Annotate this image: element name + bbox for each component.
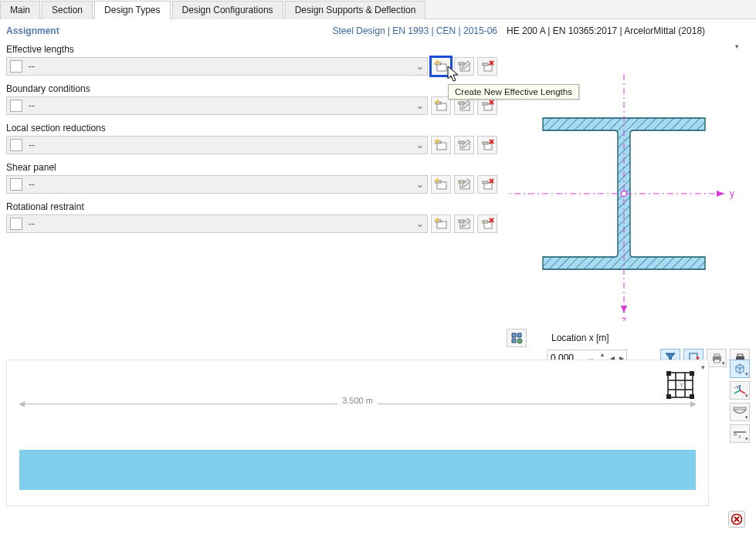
dimension-label: 3.500 m xyxy=(337,396,378,405)
section-preview: y z ▾ xyxy=(507,39,742,321)
effective-lengths-checkbox[interactable] xyxy=(10,60,22,73)
svg-rect-67 xyxy=(690,371,694,376)
section-header: HE 200 A | EN 10365:2017 | ArcelorMittal… xyxy=(507,25,750,36)
design-info: Steel Design | EN 1993 | CEN | 2015-06 xyxy=(333,25,497,36)
spin-up[interactable]: ▲ xyxy=(597,352,608,358)
svg-rect-44 xyxy=(483,221,488,223)
chevron-down-icon[interactable]: ⌄ xyxy=(413,215,427,232)
axis-z-label: z xyxy=(622,315,626,321)
svg-marker-50 xyxy=(621,306,627,313)
svg-rect-17 xyxy=(483,103,488,105)
member-preview-panel: ▾ 3.500 m -Y xyxy=(6,360,709,506)
axis-y-label: y xyxy=(730,188,734,199)
svg-rect-69 xyxy=(690,394,694,399)
tab-design-types[interactable]: Design Types xyxy=(94,1,171,19)
shear-panel-value: -- xyxy=(25,179,413,190)
boundary-conditions-checkbox[interactable] xyxy=(10,100,22,112)
svg-text:-Y: -Y xyxy=(677,381,684,389)
shear-panel-edit-button[interactable] xyxy=(454,175,474,194)
rotational-restraint-select[interactable]: --⌄ xyxy=(6,214,428,233)
assignment-heading: Assignment xyxy=(6,25,59,36)
local-section-reductions-delete-button[interactable] xyxy=(477,136,497,154)
svg-rect-35 xyxy=(483,181,488,184)
svg-marker-49 xyxy=(717,191,724,197)
boundary-conditions-select[interactable]: --⌄ xyxy=(6,96,428,115)
rotational-restraint-delete-button[interactable] xyxy=(477,214,497,233)
boundary-conditions-value: -- xyxy=(25,100,413,111)
rotational-restraint-checkbox[interactable] xyxy=(10,218,22,230)
beam-body xyxy=(19,450,696,490)
local-section-reductions-value: -- xyxy=(25,140,413,150)
shear-panel-select[interactable]: --⌄ xyxy=(6,175,428,194)
svg-rect-33 xyxy=(459,181,464,183)
cursor-icon xyxy=(447,66,463,84)
svg-line-72 xyxy=(740,390,745,393)
shear-panel-new-button[interactable] xyxy=(431,175,451,194)
shear-panel-label: Shear panel xyxy=(6,162,497,173)
rotational-restraint-new-button[interactable] xyxy=(431,214,451,233)
svg-rect-8 xyxy=(483,63,488,66)
close-button[interactable] xyxy=(728,511,745,528)
view-gizmo[interactable]: -Y xyxy=(662,366,699,404)
svg-rect-75 xyxy=(734,407,746,410)
effective-lengths-select[interactable]: --⌄ xyxy=(6,57,428,76)
tab-section[interactable]: Section xyxy=(42,1,93,19)
svg-rect-57 xyxy=(714,360,720,363)
chevron-down-icon[interactable]: ⌄ xyxy=(413,176,427,193)
svg-point-52 xyxy=(517,339,522,343)
svg-rect-26 xyxy=(483,142,488,144)
chevron-down-icon[interactable]: ⌄ xyxy=(413,137,427,154)
svg-rect-42 xyxy=(459,220,464,222)
local-section-reductions-checkbox[interactable] xyxy=(10,139,22,151)
rotational-restraint-edit-button[interactable] xyxy=(454,214,474,233)
tooltip-new-effective-lengths: Create New Effective Lengths xyxy=(448,84,579,100)
local-section-reductions-new-button[interactable] xyxy=(431,136,451,154)
svg-rect-59 xyxy=(737,354,743,356)
effective-lengths-label: Effective lengths xyxy=(6,44,497,55)
chevron-down-icon[interactable]: ⌄ xyxy=(413,58,427,75)
effective-lengths-delete-button[interactable] xyxy=(477,57,497,76)
chevron-down-icon[interactable]: ⌄ xyxy=(413,97,427,114)
local-section-reductions-select[interactable]: --⌄ xyxy=(6,136,428,154)
tab-main[interactable]: Main xyxy=(0,1,40,19)
svg-line-73 xyxy=(734,390,740,393)
local-section-reductions-label: Local section reductions xyxy=(6,123,497,133)
svg-text:x: x xyxy=(738,433,741,440)
shear-panel-checkbox[interactable] xyxy=(10,178,22,191)
svg-rect-24 xyxy=(459,141,464,144)
svg-point-51 xyxy=(622,191,627,197)
tab-design-config[interactable]: Design Configurations xyxy=(172,1,283,19)
beam-menu-caret[interactable]: ▾ xyxy=(701,363,705,371)
effective-lengths-value: -- xyxy=(25,61,413,72)
svg-rect-56 xyxy=(714,354,720,356)
local-section-reductions-edit-button[interactable] xyxy=(454,136,474,154)
svg-text:-Y: -Y xyxy=(734,385,739,390)
svg-rect-68 xyxy=(666,394,671,399)
svg-rect-66 xyxy=(666,371,671,376)
supports-button[interactable]: x ▾ xyxy=(730,424,750,443)
deflection-button[interactable]: ▾ xyxy=(730,403,750,421)
location-label: Location x [m] xyxy=(551,333,609,343)
iso-view-button[interactable]: ▾ xyxy=(730,360,750,378)
shear-panel-delete-button[interactable] xyxy=(477,175,497,194)
boundary-conditions-label: Boundary conditions xyxy=(6,83,497,94)
svg-rect-6 xyxy=(459,62,464,65)
rotational-restraint-value: -- xyxy=(25,218,413,229)
print-button[interactable]: ▾ xyxy=(707,349,727,367)
svg-rect-15 xyxy=(459,102,464,104)
rotational-restraint-label: Rotational restraint xyxy=(6,201,497,212)
axes-view-button[interactable]: -Y ▾ xyxy=(730,381,750,400)
preview-menu-caret[interactable]: ▾ xyxy=(735,42,739,50)
tab-design-supports[interactable]: Design Supports & Deflection xyxy=(285,1,426,19)
display-options-button[interactable] xyxy=(507,329,527,347)
